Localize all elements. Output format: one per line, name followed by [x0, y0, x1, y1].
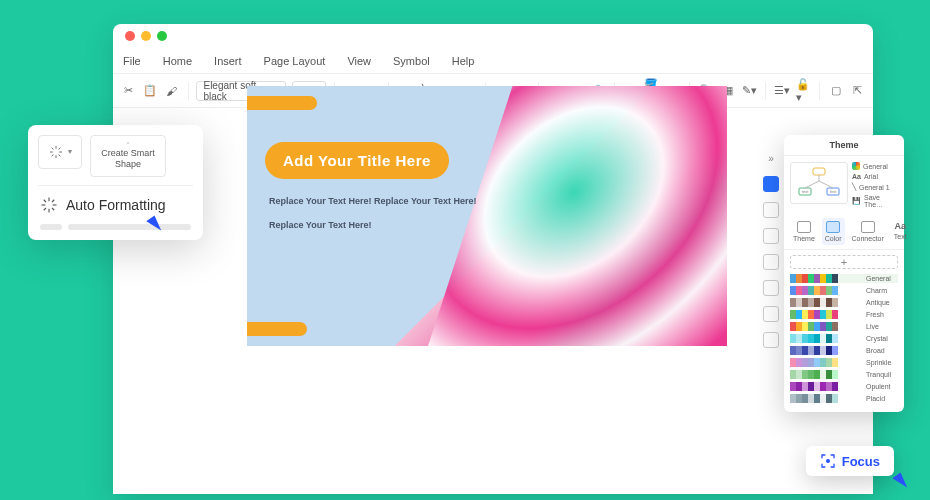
palette-list: GeneralCharmAntiqueFreshLiveCrystalBroad… [784, 274, 904, 412]
svg-line-17 [44, 208, 46, 210]
svg-point-9 [128, 142, 129, 143]
svg-line-16 [52, 208, 54, 210]
palette-opulent[interactable]: Opulent [790, 382, 898, 391]
theme-panel: Theme text text General AaArial ╲General… [784, 135, 904, 412]
side-tool-3[interactable] [763, 228, 779, 244]
svg-text:text: text [830, 189, 837, 194]
menu-view[interactable]: View [347, 55, 371, 67]
palette-antique[interactable]: Antique [790, 298, 898, 307]
burst-chip[interactable]: ▾ [38, 135, 82, 169]
svg-line-6 [52, 155, 54, 157]
padlock-icon[interactable]: 🔓▾ [796, 81, 812, 101]
subtitle-2[interactable]: Replace Your Text Here! [269, 220, 372, 230]
svg-point-27 [826, 460, 829, 463]
pen-icon[interactable]: ✎▾ [741, 81, 757, 101]
menu-home[interactable]: Home [163, 55, 192, 67]
menu-file[interactable]: File [123, 55, 141, 67]
auto-formatting-button[interactable]: Auto Formatting [66, 197, 166, 213]
theme-preview[interactable]: text text [790, 162, 848, 204]
add-palette-button[interactable]: + [790, 255, 898, 269]
flowchart-icon: text text [795, 166, 843, 200]
theme-title: Theme [784, 135, 904, 156]
svg-line-15 [44, 200, 46, 202]
menu-pagelayout[interactable]: Page Layout [264, 55, 326, 67]
burst-icon [48, 144, 64, 160]
smart-shape-popup: ▾ Create Smart Shape Auto Formatting [28, 125, 203, 240]
title-button[interactable]: Add Your Title Here [265, 142, 449, 179]
menu-help[interactable]: Help [452, 55, 475, 67]
focus-label: Focus [842, 454, 880, 469]
design-canvas[interactable]: Add Your Title Here Replace Your Text He… [247, 86, 727, 346]
palette-placid[interactable]: Placid [790, 394, 898, 403]
palette-broad[interactable]: Broad [790, 346, 898, 355]
side-tool-6[interactable] [763, 306, 779, 322]
cut-icon[interactable]: ✂ [121, 81, 137, 101]
burst-icon [40, 196, 58, 214]
tab-color[interactable]: Color [822, 218, 845, 245]
focus-button[interactable]: Focus [806, 446, 894, 476]
menu-insert[interactable]: Insert [214, 55, 242, 67]
side-tool-5[interactable] [763, 280, 779, 296]
accent-bar-top [247, 96, 317, 110]
flower-icon [120, 142, 136, 144]
menu-symbol[interactable]: Symbol [393, 55, 430, 67]
tab-text[interactable]: AaText [891, 218, 910, 245]
svg-point-10 [128, 143, 129, 144]
svg-text:text: text [802, 189, 809, 194]
svg-line-18 [52, 200, 54, 202]
side-tool-4[interactable] [763, 254, 779, 270]
side-tool-7[interactable] [763, 332, 779, 348]
maximize-dot[interactable] [157, 31, 167, 41]
palette-sprinkle[interactable]: Sprinkle [790, 358, 898, 367]
share-icon[interactable]: ⇱ [850, 81, 866, 101]
palette-charm[interactable]: Charm [790, 286, 898, 295]
window-icon[interactable]: ▢ [828, 81, 844, 101]
copy-icon[interactable]: 📋 [143, 81, 159, 101]
palette-live[interactable]: Live [790, 322, 898, 331]
palette-crystal[interactable]: Crystal [790, 334, 898, 343]
svg-rect-19 [813, 168, 825, 175]
popup-slider [38, 218, 193, 230]
svg-line-4 [52, 148, 54, 150]
app-window: File Home Insert Page Layout View Symbol… [113, 24, 873, 494]
palette-general[interactable]: General [790, 274, 898, 283]
tab-theme[interactable]: Theme [790, 218, 818, 245]
close-dot[interactable] [125, 31, 135, 41]
create-smart-shape-label: Create Smart Shape [97, 148, 159, 170]
create-smart-shape-button[interactable]: Create Smart Shape [90, 135, 166, 177]
marble-graphic [412, 86, 727, 346]
side-tool-strip: » [760, 150, 782, 348]
svg-line-23 [805, 181, 819, 188]
svg-line-5 [59, 155, 61, 157]
subtitle-1[interactable]: Replace Your Text Here! Replace Your Tex… [269, 196, 477, 206]
side-tool-grid[interactable] [763, 176, 779, 192]
svg-line-24 [819, 181, 833, 188]
side-tool-2[interactable] [763, 202, 779, 218]
svg-line-7 [59, 148, 61, 150]
theme-meta: General AaArial ╲General 1 💾Save The… [852, 162, 898, 208]
tab-connector[interactable]: Connector [849, 218, 887, 245]
palette-fresh[interactable]: Fresh [790, 310, 898, 319]
side-collapse[interactable]: » [763, 150, 779, 166]
palette-icon [852, 162, 860, 170]
list-icon[interactable]: ☰▾ [774, 81, 790, 101]
minimize-dot[interactable] [141, 31, 151, 41]
menu-bar: File Home Insert Page Layout View Symbol… [113, 48, 873, 74]
palette-tranquil[interactable]: Tranquil [790, 370, 898, 379]
focus-icon [820, 453, 836, 469]
paintbrush-icon[interactable]: 🖌 [164, 81, 180, 101]
window-titlebar [113, 24, 873, 48]
svg-point-8 [127, 142, 128, 143]
accent-bar-bottom [247, 322, 307, 336]
cursor-icon [892, 473, 909, 492]
